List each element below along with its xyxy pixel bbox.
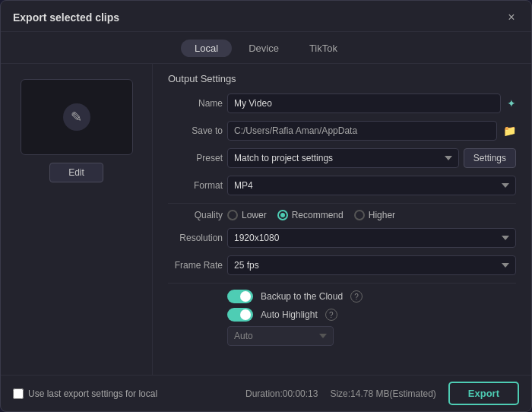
last-settings-checkbox[interactable] [13, 388, 24, 399]
backup-cloud-help-icon[interactable]: ? [350, 290, 363, 303]
frame-rate-row: Frame Rate 25 fps [168, 255, 516, 275]
name-label: Name [168, 98, 223, 109]
quality-lower-radio[interactable] [227, 210, 238, 220]
dialog-header: Export selected clips × [1, 1, 531, 32]
tab-tiktok[interactable]: TikTok [296, 40, 351, 57]
save-to-row: Save to 📁 [168, 121, 516, 141]
format-select[interactable]: MP4 [227, 176, 516, 195]
quality-higher-option[interactable]: Higher [354, 210, 395, 220]
backup-cloud-row: Backup to the Cloud ? [168, 290, 516, 303]
duration-label: Duration:00:00:13 [245, 388, 318, 399]
dialog-footer: Use last export settings for local Durat… [1, 375, 531, 411]
preset-select[interactable]: Match to project settings [227, 148, 459, 168]
format-label: Format [168, 180, 223, 191]
auto-select[interactable]: Auto [227, 326, 334, 346]
preview-thumbnail: ✎ [21, 79, 133, 155]
auto-highlight-label: Auto Highlight [261, 309, 318, 320]
quality-options: Lower Recommend Higher [227, 210, 395, 220]
export-dialog: Export selected clips × Local Device Tik… [0, 0, 532, 412]
save-to-input[interactable] [227, 121, 497, 141]
size-label: Size:14.78 MB(Estimated) [330, 388, 435, 399]
preview-panel: ✎ Edit [1, 64, 153, 375]
frame-rate-select[interactable]: 25 fps [227, 255, 516, 275]
auto-highlight-toggle[interactable] [227, 308, 253, 322]
quality-row: Quality Lower Recommend Higher [168, 210, 516, 220]
quality-label: Quality [168, 210, 223, 220]
edit-button[interactable]: Edit [49, 163, 103, 182]
dialog-body: ✎ Edit Output Settings Name ✦ Save to 📁 … [1, 64, 531, 375]
name-input[interactable] [227, 93, 501, 113]
footer-right: Duration:00:00:13 Size:14.78 MB(Estimate… [245, 382, 519, 405]
quality-lower-option[interactable]: Lower [227, 210, 267, 220]
resolution-row: Resolution 1920x1080 [168, 228, 516, 248]
quality-recommend-option[interactable]: Recommend [277, 210, 344, 220]
tabs-row: Local Device TikTok [1, 32, 531, 64]
frame-rate-label: Frame Rate [168, 260, 223, 271]
resolution-select[interactable]: 1920x1080 [227, 228, 516, 248]
preset-row: Preset Match to project settings Setting… [168, 148, 516, 168]
tab-device[interactable]: Device [235, 40, 293, 57]
settings-btn[interactable]: Settings [464, 148, 516, 168]
tab-local[interactable]: Local [181, 40, 232, 57]
quality-higher-radio[interactable] [354, 210, 365, 220]
name-row: Name ✦ [168, 93, 516, 113]
footer-left: Use last export settings for local [13, 388, 157, 399]
save-to-label: Save to [168, 125, 223, 136]
quality-recommend-radio[interactable] [277, 210, 288, 220]
folder-icon[interactable]: 📁 [503, 125, 516, 137]
settings-panel: Output Settings Name ✦ Save to 📁 Preset … [153, 64, 531, 375]
section-title: Output Settings [168, 73, 516, 84]
backup-cloud-toggle[interactable] [227, 290, 253, 303]
checkbox-label: Use last export settings for local [28, 388, 157, 399]
preset-label: Preset [168, 153, 223, 163]
dialog-title: Export selected clips [13, 11, 119, 24]
auto-select-row: Auto [168, 326, 516, 346]
backup-cloud-label: Backup to the Cloud [261, 291, 343, 302]
close-button[interactable]: × [504, 10, 519, 25]
export-button[interactable]: Export [448, 382, 519, 405]
divider-2 [168, 283, 516, 284]
checkbox-wrap: Use last export settings for local [13, 388, 157, 399]
ai-icon[interactable]: ✦ [507, 97, 516, 109]
auto-highlight-row: Auto Highlight ? [168, 308, 516, 322]
resolution-label: Resolution [168, 233, 223, 243]
pencil-icon: ✎ [63, 103, 90, 131]
auto-highlight-help-icon[interactable]: ? [325, 309, 337, 321]
divider-1 [168, 203, 516, 204]
format-row: Format MP4 [168, 176, 516, 195]
